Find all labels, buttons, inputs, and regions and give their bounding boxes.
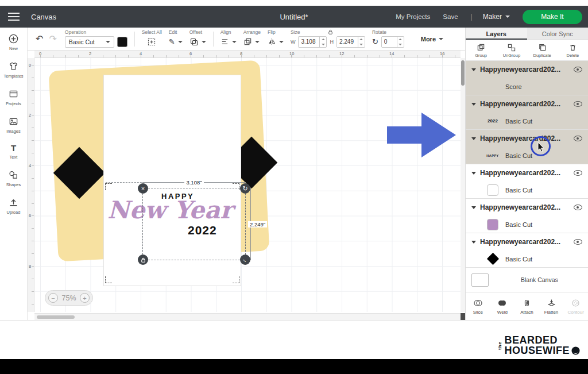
flatten-button[interactable]: Flatten: [539, 298, 564, 315]
layer-group[interactable]: Happynewyearcard202... Basic Cut: [466, 164, 588, 199]
sidebar-item-shapes[interactable]: Shapes: [0, 169, 27, 187]
slice-button[interactable]: Slice: [466, 298, 490, 315]
blank-canvas-swatch: [471, 273, 489, 287]
my-projects-link[interactable]: My Projects: [396, 13, 430, 20]
machine-select[interactable]: Maker: [483, 13, 510, 21]
chevron-down-icon: [255, 41, 260, 43]
upload-icon: [8, 197, 19, 208]
operation-select[interactable]: Basic Cut: [65, 36, 114, 48]
canvas-label: Canvas: [31, 13, 56, 21]
close-icon: ×: [141, 185, 145, 192]
rotate-icon[interactable]: ↻: [372, 37, 378, 46]
color-swatch[interactable]: [117, 37, 127, 47]
design-grid[interactable]: HAPPY New Year 2022 × ↻ ↔: [34, 58, 461, 312]
select-all-icon: [147, 37, 156, 47]
visibility-eye-icon[interactable]: [574, 67, 582, 72]
chevron-down-icon: [232, 41, 237, 43]
rotate-group: Rotate ↻: [372, 30, 404, 48]
selection-corner: [105, 183, 112, 190]
tab-layers[interactable]: Layers: [466, 28, 527, 40]
rotate-input[interactable]: [382, 37, 397, 47]
scrollbar-thumb[interactable]: [37, 315, 75, 319]
left-sidebar: New Templates Projects Images T Text: [0, 28, 28, 320]
visibility-eye-icon[interactable]: [574, 205, 582, 210]
group-button[interactable]: Group: [466, 43, 496, 58]
ungroup-button[interactable]: UnGroup: [496, 43, 527, 58]
sidebar-item-templates[interactable]: Templates: [0, 61, 27, 79]
chevron-down-icon[interactable]: [471, 137, 476, 140]
sidebar-item-text[interactable]: T Text: [0, 144, 27, 160]
horizontal-scrollbar[interactable]: [34, 313, 461, 320]
arrange-button[interactable]: [243, 36, 261, 48]
selection-box[interactable]: × ↻ ↔: [142, 188, 246, 260]
sidebar-item-new[interactable]: New: [0, 33, 27, 51]
chevron-down-icon[interactable]: [471, 172, 476, 175]
arrange-icon: [243, 37, 252, 46]
chevron-down-icon[interactable]: [471, 68, 476, 71]
offset-button[interactable]: [189, 36, 206, 48]
chevron-down-icon[interactable]: [471, 103, 476, 106]
layer-row[interactable]: Basic Cut: [466, 250, 588, 267]
tab-color-sync[interactable]: Color Sync: [527, 28, 588, 40]
panel-tabs: Layers Color Sync: [466, 28, 588, 40]
more-button[interactable]: More: [421, 36, 443, 43]
layer-group[interactable]: Happynewyearcard202... HAPPY Basic Cut: [466, 130, 588, 164]
hamburger-menu-icon[interactable]: [8, 10, 20, 23]
mouse-cursor-icon: [537, 142, 545, 153]
zoom-out-button[interactable]: −: [48, 293, 58, 303]
weld-button[interactable]: Weld: [490, 298, 515, 315]
redo-icon[interactable]: ↷: [49, 33, 56, 44]
document-title: Untitled*: [280, 13, 308, 21]
lock-icon: [140, 257, 146, 263]
width-input-wrap: [298, 36, 327, 48]
save-link[interactable]: Save: [443, 13, 458, 20]
layer-row[interactable]: Basic Cut: [466, 216, 588, 233]
zoom-in-button[interactable]: +: [80, 293, 90, 303]
flip-group: Flip: [268, 30, 284, 48]
duplicate-button[interactable]: Duplicate: [527, 43, 558, 58]
scrollbar-thumb[interactable]: [461, 60, 465, 86]
visibility-eye-icon[interactable]: [574, 136, 582, 141]
width-input[interactable]: [299, 37, 319, 47]
layer-group[interactable]: Happynewyearcard202... Basic Cut: [466, 233, 588, 268]
rotate-stepper[interactable]: [397, 37, 404, 47]
canvas-area: 0 2 4 6 8 10 12 14 16 0 2 4 6 8: [28, 51, 465, 320]
chevron-down-icon[interactable]: [471, 241, 476, 244]
layer-group[interactable]: Happynewyearcard202... Score: [466, 61, 588, 95]
vertical-scrollbar[interactable]: [461, 58, 465, 312]
edit-toolbar: ↶ ↷ Operation Basic Cut Select All E: [28, 28, 465, 51]
edit-button[interactable]: ✎: [169, 36, 183, 48]
flip-button[interactable]: [268, 36, 284, 48]
blank-canvas-row[interactable]: Blank Canvas: [466, 268, 588, 292]
sidebar-item-projects[interactable]: Projects: [0, 88, 27, 106]
delete-button[interactable]: Delete: [558, 43, 588, 58]
header-separator: |: [471, 13, 473, 21]
layer-group[interactable]: Happynewyearcard202... Basic Cut: [466, 199, 588, 233]
layer-row[interactable]: Basic Cut: [466, 182, 588, 198]
layer-group[interactable]: Happynewyearcard202... 2022 Basic Cut: [466, 95, 588, 130]
app-bottom-edge: [0, 320, 588, 321]
lock-handle[interactable]: [138, 255, 148, 265]
visibility-eye-icon[interactable]: [574, 101, 582, 107]
height-stepper[interactable]: [358, 37, 365, 47]
height-input[interactable]: [337, 37, 358, 47]
width-stepper[interactable]: [319, 37, 326, 47]
undo-icon[interactable]: ↶: [36, 33, 43, 44]
layer-thumbnail: HAPPY: [486, 154, 498, 157]
sidebar-item-images[interactable]: Images: [0, 116, 27, 134]
align-button[interactable]: [220, 36, 237, 48]
contour-icon: [571, 298, 581, 308]
select-all-button[interactable]: [142, 36, 162, 48]
layer-row[interactable]: 2022 Basic Cut: [466, 113, 588, 129]
rotate-input-wrap: [381, 36, 404, 48]
visibility-eye-icon[interactable]: [574, 239, 582, 245]
make-it-button[interactable]: Make It: [523, 10, 582, 24]
layer-row[interactable]: Score: [466, 78, 588, 95]
attach-button[interactable]: Attach: [514, 298, 539, 315]
contour-button: Contour: [563, 298, 588, 315]
sidebar-item-upload[interactable]: Upload: [0, 197, 27, 215]
layer-row[interactable]: HAPPY Basic Cut: [466, 147, 588, 164]
visibility-eye-icon[interactable]: [574, 170, 582, 176]
chevron-down-icon[interactable]: [471, 206, 476, 209]
size-lock-icon[interactable]: [327, 29, 334, 35]
